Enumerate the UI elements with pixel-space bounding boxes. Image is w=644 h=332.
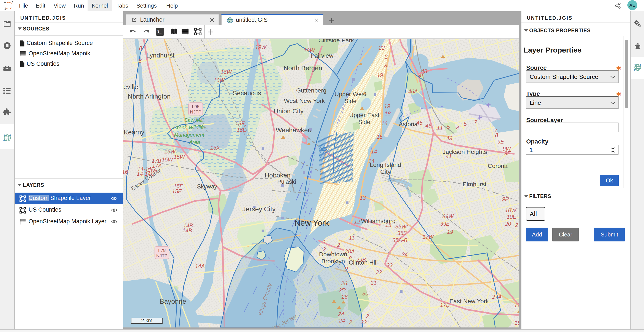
svg-text:17W: 17W bbox=[422, 234, 434, 240]
svg-text:16W: 16W bbox=[220, 69, 232, 75]
svg-text:16W: 16W bbox=[213, 77, 225, 83]
svg-text:Cliffside Park: Cliffside Park bbox=[318, 39, 354, 44]
svg-text:Jersey City: Jersey City bbox=[242, 205, 276, 213]
svg-text:City: City bbox=[380, 168, 391, 175]
svg-text:Corona: Corona bbox=[488, 162, 508, 169]
svg-text:15W: 15W bbox=[164, 148, 176, 154]
svg-text:12: 12 bbox=[354, 218, 360, 224]
svg-text:33: 33 bbox=[386, 262, 392, 268]
svg-text:15W: 15W bbox=[162, 156, 174, 162]
svg-text:31: 31 bbox=[370, 280, 376, 286]
svg-text:18: 18 bbox=[384, 110, 391, 116]
svg-text:8: 8 bbox=[138, 58, 142, 64]
svg-text:32: 32 bbox=[376, 269, 382, 275]
svg-text:19W: 19W bbox=[304, 47, 315, 54]
svg-text:9: 9 bbox=[345, 266, 348, 272]
svg-text:10E: 10E bbox=[507, 214, 516, 220]
svg-text:14A: 14A bbox=[195, 263, 205, 269]
svg-text:26: 26 bbox=[341, 280, 347, 286]
svg-text:14-14C: 14-14C bbox=[137, 171, 155, 177]
svg-text:8: 8 bbox=[139, 45, 142, 51]
svg-text:17B: 17B bbox=[440, 302, 450, 308]
svg-text:26: 26 bbox=[341, 294, 348, 300]
svg-text:9P: 9P bbox=[502, 196, 509, 202]
svg-text:11: 11 bbox=[349, 235, 354, 241]
svg-text:27A: 27A bbox=[492, 294, 502, 300]
svg-text:Astoria: Astoria bbox=[399, 121, 418, 128]
svg-text:2: 2 bbox=[349, 319, 352, 325]
svg-text:Upper West: Upper West bbox=[334, 91, 366, 98]
svg-text:8: 8 bbox=[495, 132, 498, 138]
svg-text:20: 20 bbox=[505, 221, 511, 227]
svg-text:44: 44 bbox=[436, 125, 442, 132]
svg-text:19: 19 bbox=[447, 229, 453, 235]
svg-text:25;: 25; bbox=[338, 287, 346, 293]
svg-text:19: 19 bbox=[377, 72, 383, 78]
svg-text:North Arlington: North Arlington bbox=[128, 93, 170, 100]
svg-text:15: 15 bbox=[385, 222, 391, 228]
svg-text:30: 30 bbox=[362, 290, 368, 296]
svg-text:9E: 9E bbox=[498, 138, 504, 144]
svg-text:15X: 15X bbox=[210, 144, 220, 151]
svg-text:Weehawken: Weehawken bbox=[276, 126, 312, 134]
svg-text:Upper East: Upper East bbox=[349, 112, 380, 118]
svg-text:4: 4 bbox=[456, 125, 459, 131]
svg-text:2: 2 bbox=[366, 313, 369, 319]
svg-text:10W: 10W bbox=[505, 207, 517, 213]
svg-text:45: 45 bbox=[426, 122, 432, 128]
svg-text:North Bergen: North Bergen bbox=[284, 64, 322, 72]
svg-text:46A: 46A bbox=[408, 88, 418, 94]
svg-text:Kearny: Kearny bbox=[124, 128, 144, 136]
svg-text:eville: eville bbox=[124, 83, 138, 90]
svg-text:3: 3 bbox=[384, 62, 387, 68]
svg-text:14B: 14B bbox=[182, 228, 192, 234]
svg-text:15: 15 bbox=[514, 320, 518, 326]
svg-text:NJTP: NJTP bbox=[156, 253, 168, 258]
svg-text:New York: New York bbox=[294, 218, 330, 228]
svg-text:Elmhurst: Elmhurst bbox=[463, 181, 486, 188]
svg-text:15W: 15W bbox=[174, 154, 185, 160]
svg-text:13: 13 bbox=[360, 195, 366, 201]
svg-text:9E: 9E bbox=[504, 150, 511, 156]
svg-text:15E: 15E bbox=[172, 188, 182, 194]
svg-text:24: 24 bbox=[339, 318, 345, 324]
svg-text:5: 5 bbox=[464, 121, 467, 127]
svg-text:I 78: I 78 bbox=[158, 248, 166, 253]
svg-text:Union City: Union City bbox=[274, 108, 304, 114]
svg-text:Lyndhurst: Lyndhurst bbox=[146, 52, 175, 59]
svg-text:West New York: West New York bbox=[284, 98, 325, 104]
svg-text:2: 2 bbox=[337, 242, 340, 248]
svg-text:43: 43 bbox=[446, 135, 452, 141]
svg-text:15: 15 bbox=[376, 134, 383, 140]
svg-text:23: 23 bbox=[360, 319, 367, 325]
svg-text:19W: 19W bbox=[255, 44, 267, 50]
svg-text:39E: 39E bbox=[440, 221, 450, 227]
svg-text:3: 3 bbox=[384, 54, 388, 60]
svg-text:Guttenberg: Guttenberg bbox=[296, 87, 326, 94]
svg-text:1: 1 bbox=[330, 248, 333, 254]
svg-text:8: 8 bbox=[349, 255, 352, 261]
svg-text:14: 14 bbox=[368, 158, 374, 164]
svg-text:Saw Mill: Saw Mill bbox=[184, 117, 204, 123]
svg-text:46: 46 bbox=[418, 72, 424, 78]
svg-text:29B: 29B bbox=[356, 256, 366, 262]
svg-text:Creek Wildlife: Creek Wildlife bbox=[173, 124, 205, 130]
svg-text:41: 41 bbox=[446, 153, 452, 159]
svg-text:I 95: I 95 bbox=[192, 104, 199, 109]
svg-text:2: 2 bbox=[515, 222, 518, 228]
svg-text:35A-B: 35A-B bbox=[392, 237, 407, 243]
svg-text:Hoboken: Hoboken bbox=[264, 172, 290, 179]
svg-text:Management: Management bbox=[174, 132, 204, 138]
svg-text:Skyway: Skyway bbox=[197, 183, 217, 190]
svg-text:45: 45 bbox=[416, 120, 422, 126]
svg-text:Long Island: Long Island bbox=[370, 162, 401, 168]
svg-text:Side: Side bbox=[358, 119, 370, 125]
svg-text:19: 19 bbox=[384, 103, 390, 109]
svg-text:17: 17 bbox=[514, 302, 518, 308]
svg-text:East New York: East New York bbox=[450, 298, 489, 304]
svg-text:34: 34 bbox=[402, 252, 408, 258]
svg-text:22: 22 bbox=[378, 45, 385, 51]
svg-text:16: 16 bbox=[381, 120, 388, 126]
svg-text:Bayonne: Bayonne bbox=[160, 298, 186, 305]
svg-text:2: 2 bbox=[322, 239, 325, 245]
